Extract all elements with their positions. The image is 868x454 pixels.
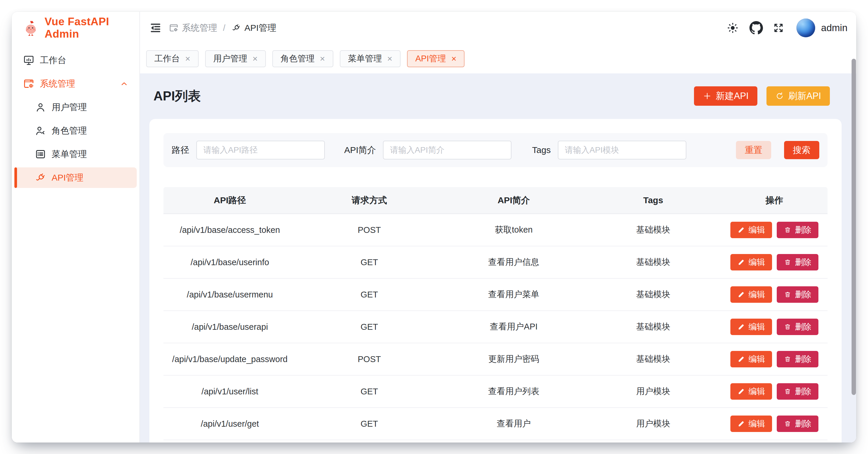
cell-method: GET bbox=[297, 258, 442, 267]
close-icon[interactable]: × bbox=[253, 54, 258, 63]
edit-button[interactable]: 编辑 bbox=[731, 383, 772, 400]
brand[interactable]: Vue FastAPI Admin bbox=[12, 12, 140, 44]
table-row: /api/v1/user/get GET 查看用户 用户模块 编辑 删除 bbox=[163, 408, 828, 440]
trash-icon bbox=[784, 388, 792, 395]
delete-label: 删除 bbox=[795, 289, 811, 300]
edit-button[interactable]: 编辑 bbox=[731, 416, 772, 432]
tags-input[interactable] bbox=[558, 141, 686, 160]
path-label: 路径 bbox=[172, 144, 189, 156]
top-header: 系统管理 / API管理 bbox=[140, 12, 856, 44]
sidebar: Vue FastAPI Admin 工作台 bbox=[12, 12, 140, 443]
edit-button[interactable]: 编辑 bbox=[731, 254, 772, 271]
edit-button[interactable]: 编辑 bbox=[731, 222, 772, 238]
edit-label: 编辑 bbox=[749, 224, 765, 235]
cell-actions: 编辑 删除 bbox=[721, 222, 828, 238]
filter-path: 路径 bbox=[172, 141, 325, 160]
delete-button[interactable]: 删除 bbox=[777, 222, 818, 238]
col-header-actions: 操作 bbox=[721, 194, 828, 206]
close-icon[interactable]: × bbox=[185, 54, 190, 63]
monitor-icon bbox=[23, 54, 35, 66]
cell-summary: 查看用户信息 bbox=[442, 256, 585, 268]
delete-button[interactable]: 删除 bbox=[777, 319, 818, 335]
sidebar-item-api[interactable]: API管理 bbox=[14, 167, 137, 188]
sidebar-item-workbench[interactable]: 工作台 bbox=[14, 50, 137, 70]
refresh-icon bbox=[775, 92, 784, 101]
delete-label: 删除 bbox=[795, 224, 811, 235]
summary-input[interactable] bbox=[383, 141, 512, 160]
delete-label: 删除 bbox=[795, 386, 811, 397]
create-api-button[interactable]: 新建API bbox=[694, 86, 757, 106]
close-icon[interactable]: × bbox=[451, 54, 457, 63]
cell-tags: 基础模块 bbox=[585, 224, 721, 236]
tab-api[interactable]: API管理 × bbox=[407, 50, 465, 67]
cell-tags: 基础模块 bbox=[585, 353, 721, 365]
delete-button[interactable]: 删除 bbox=[777, 254, 818, 271]
edit-label: 编辑 bbox=[749, 289, 765, 300]
edit-button[interactable]: 编辑 bbox=[731, 319, 772, 335]
breadcrumb: 系统管理 / API管理 bbox=[169, 22, 276, 34]
refresh-api-label: 刷新API bbox=[788, 90, 821, 102]
vertical-scrollbar[interactable] bbox=[851, 59, 856, 395]
breadcrumb-item-api[interactable]: API管理 bbox=[231, 22, 276, 34]
theme-toggle-sun-icon[interactable] bbox=[726, 22, 739, 34]
delete-label: 删除 bbox=[795, 353, 811, 365]
sidebar-item-menus[interactable]: 菜单管理 bbox=[14, 144, 137, 165]
table-row: /api/v1/base/userapi GET 查看用户API 基础模块 编辑 bbox=[163, 311, 828, 343]
col-header-path: API路径 bbox=[163, 194, 297, 206]
delete-button[interactable]: 删除 bbox=[777, 351, 818, 367]
cell-method: POST bbox=[297, 225, 442, 235]
trash-icon bbox=[784, 258, 792, 266]
delete-button[interactable]: 删除 bbox=[777, 286, 818, 303]
edit-label: 编辑 bbox=[749, 418, 765, 429]
sidebar-item-roles[interactable]: 角色管理 bbox=[14, 120, 137, 141]
col-header-tags: Tags bbox=[585, 195, 721, 205]
delete-label: 删除 bbox=[795, 321, 811, 333]
breadcrumb-item-system[interactable]: 系统管理 bbox=[169, 22, 217, 34]
reset-button[interactable]: 重置 bbox=[736, 141, 771, 159]
cell-path: /api/v1/base/update_password bbox=[163, 354, 297, 364]
delete-button[interactable]: 删除 bbox=[777, 383, 818, 400]
edit-label: 编辑 bbox=[749, 353, 765, 365]
tab-users[interactable]: 用户管理 × bbox=[205, 50, 266, 67]
close-icon[interactable]: × bbox=[320, 54, 325, 63]
fullscreen-icon[interactable] bbox=[773, 22, 784, 33]
brand-title: Vue FastAPI Admin bbox=[44, 16, 140, 40]
pencil-icon bbox=[737, 258, 745, 266]
tab-workbench[interactable]: 工作台 × bbox=[146, 50, 199, 67]
tab-label: 用户管理 bbox=[213, 53, 247, 65]
sidebar-item-users[interactable]: 用户管理 bbox=[14, 97, 137, 117]
avatar[interactable] bbox=[797, 19, 815, 37]
github-icon[interactable] bbox=[749, 21, 763, 35]
system-window-gear-icon bbox=[23, 78, 35, 90]
edit-button[interactable]: 编辑 bbox=[731, 351, 772, 367]
table-row: /api/v1/base/update_password POST 更新用户密码… bbox=[163, 343, 828, 376]
refresh-api-button[interactable]: 刷新API bbox=[767, 86, 830, 106]
chevron-up-icon[interactable] bbox=[119, 79, 129, 89]
sidebar-item-system[interactable]: 系统管理 bbox=[14, 74, 137, 94]
delete-label: 删除 bbox=[795, 418, 811, 429]
cell-method: GET bbox=[297, 322, 442, 332]
cell-summary: 更新用户密码 bbox=[442, 353, 585, 365]
page-content: API列表 新建API 刷新API bbox=[140, 74, 856, 443]
sidebar-item-label: 工作台 bbox=[40, 54, 66, 66]
tags-label: Tags bbox=[532, 145, 551, 155]
path-input[interactable] bbox=[196, 141, 325, 160]
edit-button[interactable]: 编辑 bbox=[731, 286, 772, 303]
tab-menus[interactable]: 菜单管理 × bbox=[340, 50, 401, 67]
close-icon[interactable]: × bbox=[388, 54, 393, 63]
cell-actions: 编辑 删除 bbox=[721, 254, 828, 271]
tab-label: 菜单管理 bbox=[348, 53, 382, 65]
tab-roles[interactable]: 角色管理 × bbox=[272, 50, 333, 67]
sidebar-collapse-icon[interactable] bbox=[150, 22, 161, 34]
username[interactable]: admin bbox=[821, 22, 847, 33]
cell-actions: 编辑 删除 bbox=[721, 416, 828, 432]
search-button[interactable]: 搜索 bbox=[784, 141, 819, 159]
summary-label: API简介 bbox=[344, 144, 376, 156]
page-title: API列表 bbox=[153, 87, 201, 105]
cell-summary: 获取token bbox=[442, 224, 585, 236]
chick-logo-icon bbox=[22, 19, 39, 36]
cell-summary: 查看用户 bbox=[442, 418, 585, 430]
delete-button[interactable]: 删除 bbox=[777, 416, 818, 432]
title-actions: 新建API 刷新API bbox=[694, 86, 830, 106]
user-icon bbox=[35, 101, 46, 113]
